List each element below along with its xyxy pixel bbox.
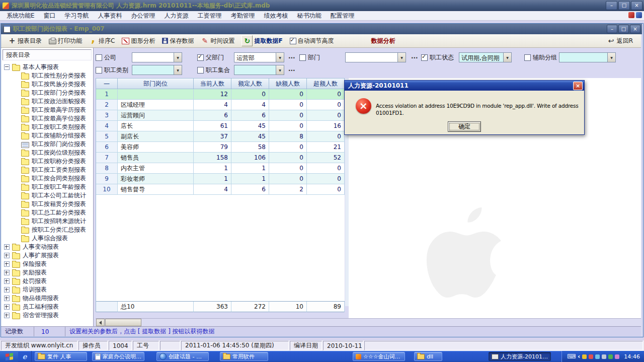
print-button[interactable]: 打印功能 [49, 37, 82, 45]
grid-row[interactable]: 1 12 0 0 0 [96, 89, 345, 100]
menu-item[interactable]: 人事资料 [94, 11, 127, 21]
ok-button[interactable]: 确定 [448, 121, 481, 132]
save-data-button[interactable]: 保存数据 [162, 37, 194, 45]
extract-data-button[interactable]: 提取数据F [242, 35, 282, 46]
menu-item[interactable]: 人力资源 [160, 11, 193, 21]
tree-report-item[interactable]: 职工按政治面貌报表 [1, 97, 93, 106]
expand-icon[interactable] [4, 287, 10, 293]
taskbar-button[interactable]: 复件 人事 [35, 352, 87, 361]
tree-group-item[interactable]: 人事扩展报表 [1, 251, 93, 260]
tree-report-item[interactable]: 职工按最高学历报表 [1, 106, 93, 114]
dept-checkbox[interactable] [299, 54, 306, 61]
tree-report-item[interactable]: 职工按招聘来源统计 [1, 217, 93, 226]
taskbar-button[interactable]: 常用软件 [220, 352, 268, 361]
auto-height-toggle[interactable]: 自动调节高度 [290, 37, 334, 45]
tree-group-item[interactable]: 物品领用报表 [1, 294, 93, 303]
chart-analysis-button[interactable]: 图形分析 [122, 37, 155, 45]
tree-report-item[interactable]: 职工按民族分类报表 [1, 80, 93, 89]
emp-status-checkbox[interactable] [421, 54, 428, 61]
company-dropdown[interactable] [132, 52, 182, 62]
menu-item[interactable]: 系统功能E [2, 11, 39, 21]
collapse-icon[interactable] [4, 64, 10, 70]
emp-set-more-button[interactable]: ... [288, 65, 295, 73]
grid-row[interactable]: 10 销售督导 4 6 2 0 [96, 184, 345, 195]
expand-icon[interactable] [4, 304, 10, 310]
grid-row[interactable]: 4 店长 61 45 0 16 [96, 121, 345, 131]
tree-report-item[interactable]: 职工按岗位级别报表 [1, 149, 93, 157]
report-maximize-icon[interactable]: □ [618, 25, 629, 33]
tree-report-item[interactable]: 按职工分类汇总报表 [1, 226, 93, 234]
expand-icon[interactable] [4, 244, 10, 250]
emp-category-dropdown[interactable] [132, 65, 182, 75]
expand-icon[interactable] [4, 261, 10, 267]
menu-corner-blue-icon[interactable] [636, 12, 642, 18]
time-setting-button[interactable]: 时间设置 [201, 37, 234, 45]
expand-icon[interactable] [4, 313, 10, 318]
chevron-down-icon[interactable] [397, 53, 406, 62]
scrollbar-thumb[interactable] [105, 319, 141, 326]
expand-icon[interactable] [4, 253, 10, 258]
keyboard-icon[interactable] [567, 353, 576, 360]
aux-group-dropdown[interactable] [559, 52, 616, 62]
report-directory-button[interactable]: 报表目录 [8, 37, 42, 45]
expand-icon[interactable] [4, 296, 10, 301]
tree-report-item[interactable]: 职工按性别分类报表 [1, 71, 93, 80]
chevron-down-icon[interactable] [607, 53, 615, 62]
expand-icon[interactable] [4, 270, 10, 275]
expand-icon[interactable] [4, 278, 10, 284]
menu-item[interactable]: 学习导航 [60, 11, 94, 21]
close-icon[interactable]: × [573, 82, 583, 90]
tree-report-item[interactable]: 职工按职称分类报表 [1, 157, 93, 166]
menu-item[interactable]: 绩效考核 [260, 11, 293, 21]
tray-app-icon-1[interactable] [582, 354, 587, 359]
tree-report-item[interactable]: 职工按工资类别报表 [1, 166, 93, 174]
report-minimize-icon[interactable]: – [607, 25, 617, 33]
data-analysis-label[interactable]: 数据分析 [371, 37, 395, 45]
taskbar-button[interactable]: ☆☆☆金山词霸 20... [353, 352, 405, 361]
dept-more-button[interactable]: ... [411, 53, 418, 60]
sort-button[interactable]: 排序C [89, 37, 115, 45]
emp-status-dropdown[interactable]: 试用期,合同期 [459, 52, 512, 62]
grid-row[interactable]: 8 内衣主管 1 1 0 0 [96, 163, 345, 174]
error-dialog-titlebar[interactable]: 人力资源-20101011 × [345, 81, 584, 91]
close-icon[interactable]: × [631, 1, 642, 10]
internet-explorer-icon[interactable] [23, 352, 27, 360]
grid-row[interactable]: 3 运营顾问 6 6 0 0 [96, 110, 345, 121]
company-checkbox[interactable] [96, 54, 102, 61]
emp-set-dropdown[interactable] [234, 65, 284, 75]
chevron-down-icon[interactable] [503, 53, 511, 62]
taskbar-button[interactable]: dll [414, 352, 442, 361]
tree-report-item[interactable]: 职工按部门分类报表 [1, 89, 93, 97]
tree-report-item[interactable]: 职工按籍贯分类报表 [1, 200, 93, 208]
tray-app-icon-3[interactable] [595, 354, 600, 359]
collapse-chevron-icon[interactable] [578, 353, 580, 360]
tree-group-item[interactable]: 处罚报表 [1, 277, 93, 285]
header-index[interactable]: — [96, 79, 118, 89]
tree-group-item[interactable]: 保险报表 [1, 260, 93, 268]
tree-group-item[interactable]: 培训报表 [1, 285, 93, 294]
header-quota-count[interactable]: 额定人数 [231, 79, 269, 89]
tree-report-item[interactable]: 职工按部门岗位报表 [1, 140, 93, 149]
taskbar-button[interactable]: 家庭办公说明 - 记... [92, 352, 144, 361]
parent-dept-dropdown[interactable]: 运营部 [234, 52, 284, 62]
back-button[interactable]: 返回R [607, 37, 633, 45]
taskbar-button[interactable]: 人力资源-20101011 [489, 352, 551, 361]
tree-group-item[interactable]: 人事变动报表 [1, 243, 93, 251]
tray-app-icon-6[interactable] [615, 354, 619, 359]
menu-item[interactable]: 工资管理 [193, 11, 226, 21]
parent-dept-more-button[interactable]: ... [288, 53, 295, 60]
grid-row[interactable]: 5 副店长 37 45 8 0 [96, 131, 345, 142]
tree-report-item[interactable]: 人事综合报表 [1, 234, 93, 243]
scroll-left-icon[interactable] [96, 319, 105, 326]
parent-dept-checkbox[interactable] [197, 54, 204, 61]
menu-item[interactable]: 窗口 [39, 11, 60, 21]
tree-group-item[interactable]: 宿舍管理报表 [1, 311, 93, 320]
chevron-down-icon[interactable] [174, 53, 182, 62]
menu-item[interactable]: 配置管理 [326, 11, 359, 21]
tree-report-item[interactable]: 职工总工龄分类报表 [1, 208, 93, 217]
header-shortage-count[interactable]: 缺额人数 [269, 79, 307, 89]
chevron-down-icon[interactable] [174, 65, 182, 75]
tree-report-item[interactable]: 职工按职工年龄报表 [1, 183, 93, 191]
grid-row[interactable]: 7 销售员 158 106 0 52 [96, 153, 345, 163]
menu-item[interactable]: 考勤管理 [226, 11, 260, 21]
